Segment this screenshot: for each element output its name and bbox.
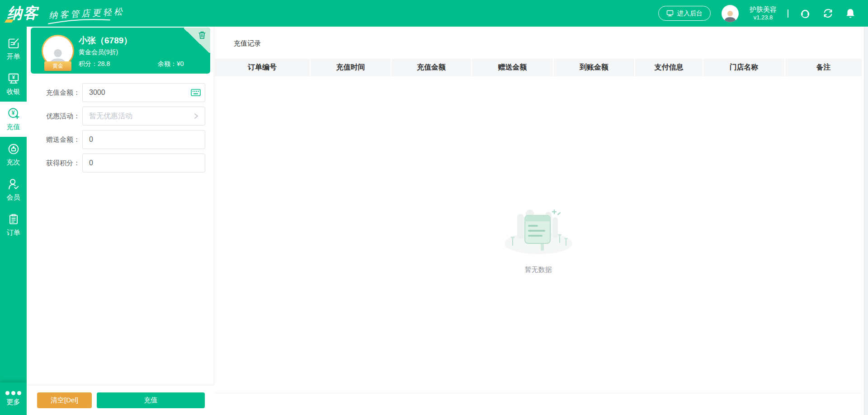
support-icon[interactable] (799, 8, 811, 19)
remove-member-button[interactable] (198, 30, 207, 42)
svg-text:¥: ¥ (12, 75, 15, 80)
store-name: 护肤美容 (750, 5, 777, 14)
points-value: 28.8 (98, 60, 110, 67)
sidebar-item-label: 开单 (7, 52, 20, 61)
more-dots-icon (5, 391, 21, 395)
logo-text: 纳客 (7, 5, 39, 21)
promo-activity-row: 优惠活动： (27, 107, 214, 126)
column-arrival-amount: 到账金额 (554, 59, 635, 76)
column-recharge-amount: 充值金额 (392, 59, 472, 76)
sidebar-nav: 开单 ¥ 收银 ¥ 充值 充次 会 (0, 27, 27, 415)
avatar-person-icon (723, 9, 737, 22)
panel-footer: 清空[Del] 充值 (27, 385, 214, 415)
column-payment-info: 支付信息 (635, 59, 703, 76)
times-card-icon (7, 142, 20, 156)
sidebar-item-label: 充次 (7, 158, 20, 167)
sidebar-item-order[interactable]: 订单 (0, 207, 27, 242)
monitor-icon (666, 10, 674, 17)
member-level: 黄金会员(9折) (79, 48, 118, 56)
member-balance: 余额：¥0 (158, 60, 184, 68)
balance-label: 余额： (158, 60, 177, 67)
enter-backend-button[interactable]: 进入后台 (658, 6, 711, 21)
tagline-text: 纳客管店更轻松 (49, 6, 125, 20)
member-name: 小张（6789） (79, 35, 132, 47)
promo-activity-select[interactable] (82, 107, 205, 126)
keyboard-icon[interactable] (191, 89, 201, 98)
empty-state: 暂无数据 (215, 198, 862, 274)
app-header: 纳客 纳客管店更轻松 进入后台 护肤美容 v1.23.8 (0, 0, 868, 27)
sidebar-item-member[interactable]: 会员 (0, 172, 27, 207)
column-recharge-time: 充值时间 (311, 59, 392, 76)
empty-text: 暂无数据 (215, 266, 862, 274)
recharge-amount-row: 充值金额： (27, 83, 214, 102)
earned-points-row: 获得积分： (27, 154, 214, 173)
bell-icon[interactable] (844, 8, 856, 19)
svg-text:¥: ¥ (11, 110, 14, 116)
user-avatar[interactable] (722, 5, 739, 22)
order-icon (7, 213, 20, 226)
sidebar-item-label: 会员 (7, 193, 20, 202)
member-icon (7, 177, 20, 191)
earned-points-input[interactable] (82, 154, 205, 173)
recharge-icon: ¥ (7, 107, 20, 121)
store-info: 护肤美容 v1.23.8 (750, 5, 777, 21)
logo-accent (5, 19, 14, 23)
sidebar-more-label: 更多 (7, 398, 20, 406)
cashier-icon: ¥ (7, 72, 20, 85)
gift-amount-label: 赠送金额： (39, 130, 80, 149)
scrollbar-track[interactable] (864, 27, 868, 415)
sidebar-item-cashier[interactable]: ¥ 收银 (0, 66, 27, 102)
sidebar-item-recharge[interactable]: ¥ 充值 (0, 102, 27, 137)
points-label: 积分： (79, 60, 98, 67)
earned-points-label: 获得积分： (39, 154, 80, 173)
sidebar-item-more[interactable]: 更多 (0, 382, 27, 415)
bill-icon (7, 37, 20, 50)
column-remark: 备注 (785, 59, 862, 76)
app-logo: 纳客 (7, 3, 39, 23)
app-version: v1.23.8 (750, 14, 777, 22)
clear-button[interactable]: 清空[Del] (37, 392, 92, 408)
recharge-amount-label: 充值金额： (39, 83, 80, 102)
column-order-no: 订单编号 (215, 59, 311, 76)
records-table-header: 订单编号 充值时间 充值金额 赠送金额 到账金额 支付信息 门店名称 备注 (215, 59, 862, 76)
enter-backend-label: 进入后台 (677, 9, 703, 18)
member-points: 积分：28.8 (79, 60, 110, 68)
member-level-badge: 黄金 (44, 61, 71, 71)
sidebar-item-label: 订单 (7, 228, 20, 237)
column-store-name: 门店名称 (703, 59, 785, 76)
app-tagline: 纳客管店更轻松 (48, 5, 125, 21)
sidebar-item-label: 收银 (7, 88, 20, 96)
table-bottom-divider (215, 393, 862, 393)
trash-icon (198, 30, 207, 40)
gift-amount-row: 赠送金额： (27, 130, 214, 149)
chevron-right-icon (194, 113, 198, 121)
header-divider (788, 9, 788, 18)
gift-amount-input[interactable] (82, 130, 205, 149)
records-title: 充值记录 (234, 39, 261, 48)
header-right: 进入后台 护肤美容 v1.23.8 (658, 5, 868, 22)
sidebar-item-times-card[interactable]: 充次 (0, 137, 27, 172)
recharge-amount-input[interactable] (82, 83, 205, 102)
empty-illustration-icon (500, 198, 577, 259)
recharge-panel: 黄金 小张（6789） 黄金会员(9折) 积分：28.8 余额：¥0 充值金额：… (27, 27, 214, 415)
balance-value: ¥0 (177, 60, 184, 67)
sidebar-item-billing[interactable]: 开单 (0, 31, 27, 66)
promo-activity-label: 优惠活动： (39, 107, 80, 126)
sidebar-item-label: 充值 (7, 123, 20, 131)
member-card: 黄金 小张（6789） 黄金会员(9折) 积分：28.8 余额：¥0 (31, 28, 210, 74)
recharge-button[interactable]: 充值 (97, 392, 205, 408)
recharge-records-section: 充值记录 订单编号 充值时间 充值金额 赠送金额 到账金额 支付信息 门店名称 … (215, 27, 864, 415)
column-gift-amount: 赠送金额 (472, 59, 554, 76)
sync-icon[interactable] (822, 8, 834, 19)
